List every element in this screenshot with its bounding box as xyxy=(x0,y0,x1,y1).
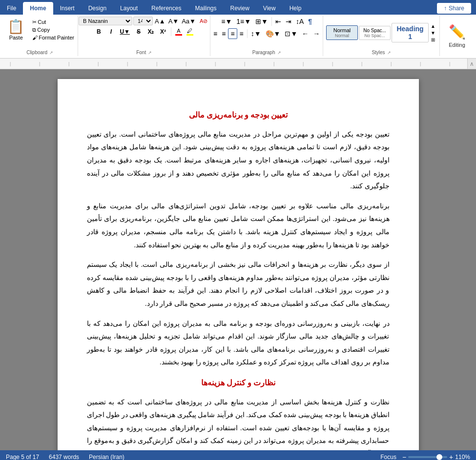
zoom-out-button[interactable]: − xyxy=(402,453,406,460)
change-case-button[interactable]: Aa▼ xyxy=(181,18,197,25)
font-name-selector[interactable]: B Nazanin xyxy=(79,17,132,25)
strikethrough-button[interactable]: S xyxy=(133,27,144,36)
styles-group: Normal Normal No Spac... No Spac... Head… xyxy=(323,16,440,56)
paste-label: Paste xyxy=(9,35,23,40)
paste-icon: 📋 xyxy=(7,19,24,35)
zoom-slider[interactable] xyxy=(408,456,447,458)
font-size-increase-button[interactable]: A▲ xyxy=(154,18,166,25)
tab-mailings[interactable]: Mailings xyxy=(188,2,223,15)
clear-formatting-button[interactable]: A⊘ xyxy=(198,18,209,25)
subscript-button[interactable]: X₂ xyxy=(145,27,156,36)
paste-button[interactable]: 📋 Paste xyxy=(3,17,28,42)
paragraph-group: ≡▼ 1≡▼ ⊞▼ ⇤ ⇥ ↕A ¶ ≡ ≡ ≡ ≡ ↕▼ 🎨▼ xyxy=(210,16,323,56)
tab-references[interactable]: References xyxy=(145,2,188,15)
share-icon: ↑ xyxy=(444,5,447,12)
line-spacing-button[interactable]: ↕▼ xyxy=(249,29,263,39)
tab-layout[interactable]: Layout xyxy=(113,2,145,15)
bold-button[interactable]: B xyxy=(93,27,104,36)
section1-paragraph4: در نهایت، بازبینی و به‌روزرسانی دوره‌ای … xyxy=(87,318,390,369)
zoom-controls: − + 110% xyxy=(402,453,470,460)
focus-button[interactable]: Focus xyxy=(380,454,396,460)
clipboard-label: Clipboard xyxy=(26,50,47,55)
superscript-button[interactable]: X² xyxy=(158,27,168,36)
styles-scroll-up[interactable]: ▲ xyxy=(430,23,436,29)
decrease-indent-button[interactable]: ⇤ xyxy=(273,17,283,26)
cut-icon: ✂ xyxy=(32,19,37,25)
section1-paragraph2: برنامه‌ریزی مالی مناسب علاوه بر تعیین بو… xyxy=(87,200,390,252)
clipboard-group: 📋 Paste ✂ Cut ⧉ Copy 🖌 xyxy=(2,16,78,56)
font-label: Font xyxy=(136,50,146,55)
justify-button[interactable]: ≡ xyxy=(238,29,246,39)
editing-label: Editing xyxy=(449,42,465,48)
document-area: تعیین بودجه و برنامه‌ریزی مالی تعیین بود… xyxy=(0,69,476,450)
shading-button[interactable]: 🎨▼ xyxy=(264,29,283,39)
align-left-button[interactable]: ≡ xyxy=(211,29,219,39)
language: Persian (Iran) xyxy=(89,454,124,460)
format-painter-icon: 🖌 xyxy=(32,35,38,40)
multilevel-button[interactable]: ⊞▼ xyxy=(253,17,270,26)
styles-dialog-launcher[interactable]: ↗ xyxy=(387,50,391,55)
zoom-level: 110% xyxy=(455,454,470,460)
section2-paragraph1: نظارت و کنترل هزینه‌ها بخش اساسی از مدیر… xyxy=(87,396,390,450)
share-label: Share xyxy=(449,5,464,12)
tab-design[interactable]: Design xyxy=(82,2,113,15)
copy-button[interactable]: ⧉ Copy xyxy=(30,26,76,34)
section1-paragraph1: تعیین بودجه یکی از اولین و مهم‌ترین مراح… xyxy=(87,128,390,193)
paragraph-label: Paragraph xyxy=(252,50,275,55)
share-button[interactable]: ↑ Share xyxy=(437,3,471,14)
zoom-thumb xyxy=(436,454,442,460)
highlight-color-button[interactable]: 🖊 xyxy=(185,27,195,36)
tab-help[interactable]: Help xyxy=(283,2,309,15)
style-normal[interactable]: Normal Normal xyxy=(326,25,358,40)
style-heading1[interactable]: Heading 1 xyxy=(392,23,429,42)
tab-home[interactable]: Home xyxy=(23,2,53,15)
bullets-button[interactable]: ≡▼ xyxy=(219,17,234,26)
tab-view[interactable]: View xyxy=(256,2,283,15)
font-size-decrease-button[interactable]: A▼ xyxy=(167,18,180,25)
show-hide-button[interactable]: ¶ xyxy=(306,17,314,26)
status-bar: Page 5 of 17 6437 words Persian (Iran) F… xyxy=(0,450,476,460)
align-right-button[interactable]: ≡ xyxy=(228,28,237,39)
tab-review[interactable]: Review xyxy=(223,2,256,15)
word-count: 6437 words xyxy=(49,454,79,460)
zoom-in-button[interactable]: + xyxy=(449,453,453,460)
section1-heading: تعیین بودجه و برنامه‌ریزی مالی xyxy=(87,108,390,122)
ruler-collapse-button[interactable]: ∧ xyxy=(467,59,476,69)
increase-indent-button[interactable]: ⇥ xyxy=(284,17,293,26)
format-painter-button[interactable]: 🖌 Format Painter xyxy=(30,34,76,41)
document-page: تعیین بودجه و برنامه‌ریزی مالی تعیین بود… xyxy=(58,79,419,450)
section1-paragraph3: از سوی دیگر، نظارت بر هزینه‌ها و انحرافا… xyxy=(87,259,390,310)
cut-button[interactable]: ✂ Cut xyxy=(30,19,76,26)
numbering-button[interactable]: 1≡▼ xyxy=(234,17,253,26)
styles-scroll-down[interactable]: ▼ xyxy=(430,30,436,36)
align-center-button[interactable]: ≡ xyxy=(220,29,228,39)
paragraph-dialog-launcher[interactable]: ↗ xyxy=(277,50,281,55)
editing-group: ✏️ Editing xyxy=(440,16,474,56)
styles-label: Styles xyxy=(372,50,385,55)
clipboard-dialog-launcher[interactable]: ↗ xyxy=(49,50,53,55)
rtl-button[interactable]: ← xyxy=(300,29,310,39)
style-nospace[interactable]: No Spac... No Spac... xyxy=(359,26,391,40)
font-size-selector[interactable]: 14 xyxy=(133,17,153,25)
underline-button[interactable]: U▼ xyxy=(118,27,132,36)
ruler: | | | | | | | | | | | | | | | | ∧ xyxy=(0,59,476,69)
tab-file[interactable]: File xyxy=(0,2,23,15)
page-info: Page 5 of 17 xyxy=(6,454,39,460)
ltr-button[interactable]: → xyxy=(311,29,322,39)
editing-icon: ✏️ xyxy=(449,24,466,40)
font-color-button[interactable]: A xyxy=(174,27,184,36)
section2-heading: نظارت و کنترل هزینه‌ها xyxy=(87,376,390,390)
font-dialog-launcher[interactable]: ↗ xyxy=(148,50,152,55)
italic-button[interactable]: I xyxy=(105,27,116,36)
copy-icon: ⧉ xyxy=(32,27,36,33)
styles-expand[interactable]: ⊞ xyxy=(430,37,436,43)
borders-button[interactable]: ⊡▼ xyxy=(283,29,299,39)
tab-insert[interactable]: Insert xyxy=(53,2,82,15)
sort-button[interactable]: ↕A xyxy=(294,17,306,26)
font-group: B Nazanin 14 A▲ A▼ Aa▼ A⊘ B I U▼ S X₂ xyxy=(78,16,210,56)
